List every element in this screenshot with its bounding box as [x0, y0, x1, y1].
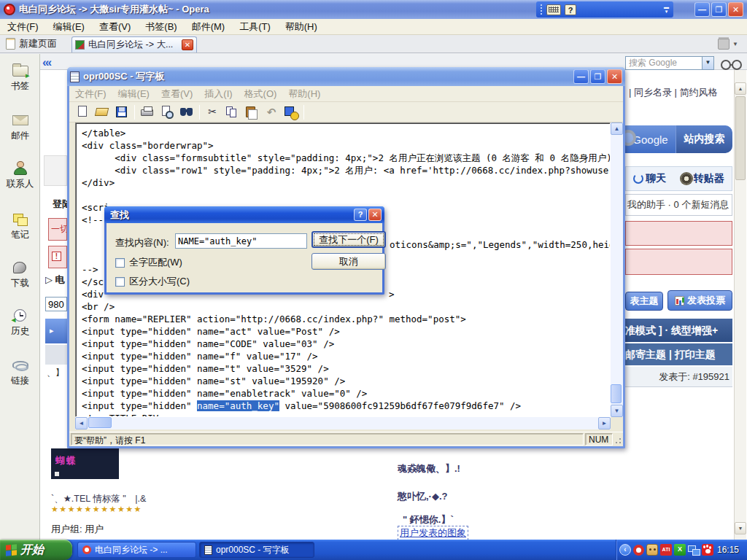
menu-tools[interactable]: 工具(T) [239, 20, 271, 34]
tray-character-icon[interactable] [646, 544, 658, 556]
wordpad-scroll-left-icon[interactable]: ◄ [75, 417, 88, 429]
menu-bookmarks[interactable]: 书签(B) [145, 20, 177, 34]
open-icon[interactable] [95, 105, 109, 119]
sidebar-item-contacts[interactable]: 联系人 [0, 160, 40, 190]
opera-minimize-button[interactable]: — [694, 2, 710, 17]
wordpad-vscroll-thumb[interactable] [611, 384, 622, 403]
menu-mail[interactable]: 邮件(M) [192, 20, 225, 34]
clock[interactable]: 16:15 [717, 545, 739, 555]
resize-grip[interactable] [614, 433, 623, 446]
wordpad-scroll-down-icon[interactable]: ▼ [611, 405, 623, 417]
wordpad-close-button[interactable]: ✕ [607, 69, 622, 84]
panel-collapse-icon[interactable]: «‹ [42, 55, 50, 70]
menu-view[interactable]: 查看(V) [99, 20, 131, 34]
tray-baidu-icon[interactable] [702, 544, 713, 556]
find-icon[interactable] [179, 105, 194, 119]
sidebar-item-mail[interactable]: 邮件 [0, 112, 40, 142]
paste-icon[interactable] [244, 105, 259, 119]
tray-green-icon[interactable]: X [674, 544, 686, 556]
tab-forum[interactable]: 电白同乡论坛 -> 大... ✕ [71, 36, 197, 52]
browser-scrollbar[interactable]: ▲ ▼ [734, 70, 746, 540]
page-forum-item[interactable]: ▷ 电 [45, 273, 67, 287]
sidebar-item-notes[interactable]: 笔记 [0, 211, 40, 241]
wordpad-menu-edit[interactable]: 编辑(E) [118, 88, 150, 101]
wordpad-hscroll-thumb[interactable] [88, 417, 112, 428]
sidebar-item-downloads[interactable]: 下载 [0, 260, 40, 289]
cancel-button[interactable]: 取消 [311, 253, 386, 270]
sidebar-item-bookmarks[interactable]: ▸ 书签 [0, 63, 40, 93]
find-close-button[interactable]: ✕ [368, 209, 382, 221]
find-help-button[interactable]: ? [354, 209, 367, 221]
sidebar-item-history[interactable]: ◄ 历史 [0, 308, 40, 338]
assistant-message-bar[interactable]: 我的助手 · 0 个新短消息 [625, 194, 732, 216]
page-login-text[interactable]: 登陆 [53, 198, 67, 211]
undo-icon[interactable]: ↶ [264, 105, 279, 119]
browser-scroll-down-icon[interactable]: ▼ [735, 522, 746, 534]
tray-collapse-icon[interactable]: ‹ [619, 544, 631, 556]
menu-help[interactable]: 帮助(H) [285, 20, 317, 34]
cut-icon[interactable]: ✂ [205, 105, 220, 119]
site-search-button[interactable]: 站内搜索 [676, 125, 732, 153]
user-images-link[interactable]: 用户发表的图象 [398, 526, 468, 540]
sidebar-item-links[interactable]: 链接 [0, 357, 40, 387]
language-bar[interactable]: ? ▬▾ [536, 1, 673, 18]
new-document-icon[interactable] [75, 105, 90, 119]
wordpad-vscrollbar[interactable]: ▲ ▼ [611, 122, 623, 417]
wordpad-hscrollbar[interactable]: ◄ ► [75, 417, 611, 429]
page-nav-links[interactable]: | 同乡名录 | 简约风格 [629, 86, 731, 99]
wordpad-titlebar[interactable]: opr000SC - 写字板 — ❐ ✕ [67, 67, 625, 86]
taskbar-item-opera[interactable]: 电白同乡论坛 -> ... [77, 542, 196, 558]
language-help-icon[interactable]: ? [565, 4, 576, 15]
trash-dropdown-icon[interactable]: ▼ [732, 41, 738, 47]
print-icon[interactable] [140, 105, 155, 119]
wordpad-scroll-up-icon[interactable]: ▲ [611, 122, 623, 135]
tray-network-icon[interactable] [688, 544, 700, 556]
tab-close-button[interactable]: ✕ [182, 39, 193, 50]
wordpad-menu-file[interactable]: 文件(F) [75, 88, 107, 101]
tray-ati-icon[interactable]: ATI [660, 544, 672, 556]
language-bar-grip[interactable] [541, 4, 543, 15]
find-dialog-titlebar[interactable]: 查找 ? ✕ [104, 206, 384, 223]
reposter-link[interactable]: 转贴器 [681, 172, 724, 185]
wordpad-minimize-button[interactable]: — [573, 69, 589, 84]
mail-print-links[interactable]: 邮寄主题 | 打印主题 [625, 343, 732, 365]
post-poll-button[interactable]: 发表投票 [667, 290, 732, 311]
wordpad-scroll-right-icon[interactable]: ► [598, 417, 611, 429]
whole-word-checkbox[interactable] [115, 258, 125, 268]
zoom-glasses-icon[interactable] [721, 58, 743, 71]
find-what-input[interactable] [175, 233, 307, 249]
username[interactable]: `、★.TEL 情标落 " |.& [51, 493, 146, 505]
match-case-checkbox[interactable] [115, 277, 125, 287]
copy-icon[interactable] [225, 105, 239, 119]
new-page-button[interactable]: 新建页面 [0, 37, 63, 52]
opera-restore-button[interactable]: ❐ [711, 2, 727, 17]
tray-opera-icon[interactable] [633, 545, 644, 556]
wordpad-menu-help[interactable]: 帮助(H) [288, 88, 320, 101]
wordpad-menu-view[interactable]: 查看(V) [161, 88, 193, 101]
wordpad-menu-format[interactable]: 格式(O) [244, 88, 277, 101]
page-blue-button-fragment[interactable]: ▸ [45, 319, 67, 343]
start-button[interactable]: 开始 [0, 540, 72, 560]
find-next-button[interactable]: 查找下一个(F) [311, 231, 386, 248]
save-icon[interactable] [115, 105, 129, 119]
datetime-icon[interactable] [284, 105, 298, 119]
whole-word-option[interactable]: 全字匹配(W) [115, 256, 182, 269]
trash-icon[interactable] [718, 39, 729, 50]
wordpad-maximize-button[interactable]: ❐ [590, 69, 605, 84]
menu-edit[interactable]: 编辑(E) [53, 20, 85, 34]
search-engine-dropdown[interactable]: ▼ [702, 57, 713, 69]
search-input[interactable] [626, 58, 702, 69]
print-preview-icon[interactable] [160, 105, 174, 119]
browser-scroll-up-icon[interactable]: ▲ [735, 82, 746, 95]
chat-link[interactable]: 聊天 [633, 172, 666, 185]
wordpad-menu-insert[interactable]: 插入(I) [204, 88, 232, 101]
page-number-input[interactable]: 980 [45, 297, 67, 311]
language-bar-minimize-icon[interactable]: ▬▾ [664, 5, 669, 14]
post-topic-button[interactable]: 表主题 [625, 292, 663, 311]
post-number-row[interactable]: 发表于: #195921 [625, 367, 732, 387]
keyboard-icon[interactable] [546, 4, 561, 15]
taskbar-item-wordpad[interactable]: opr000SC - 写字板 [199, 542, 314, 558]
match-case-option[interactable]: 区分大小写(C) [115, 275, 190, 288]
menu-file[interactable]: 文件(F) [7, 20, 39, 34]
browser-scroll-thumb[interactable] [735, 96, 746, 180]
